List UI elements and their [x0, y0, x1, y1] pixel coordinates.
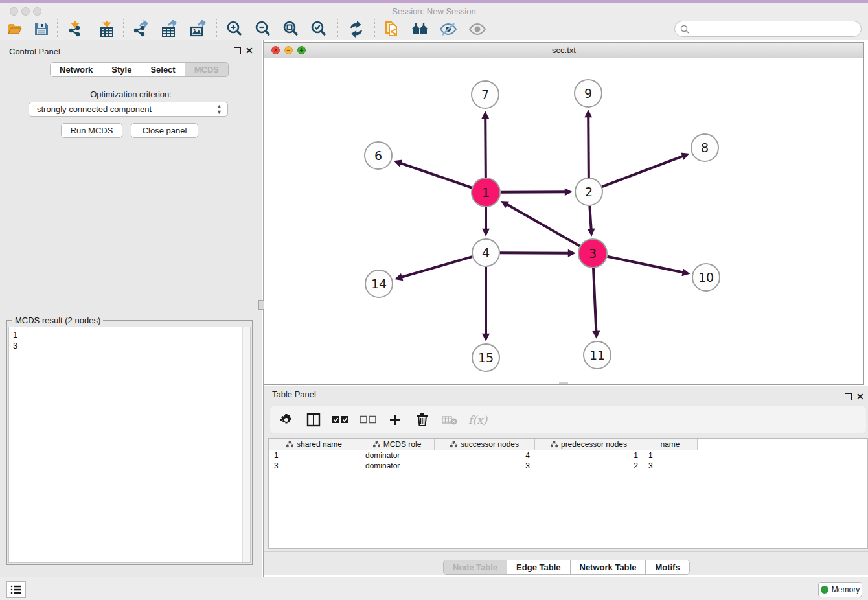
- close-table-panel-icon[interactable]: ✕: [856, 392, 864, 401]
- graph-node-3[interactable]: 3: [578, 239, 607, 268]
- task-history-button[interactable]: [6, 581, 26, 598]
- list-icon: [10, 584, 22, 595]
- close-panel-icon[interactable]: ✕: [246, 46, 253, 55]
- toolbar-separator: [123, 19, 124, 38]
- node-table: shared nameMCDS rolesuccessor nodesprede…: [268, 438, 868, 549]
- tab-select[interactable]: Select: [141, 63, 185, 76]
- save-session-icon[interactable]: [32, 19, 51, 39]
- table-row[interactable]: 3dominator323: [269, 461, 698, 471]
- delete-column-icon[interactable]: [414, 411, 431, 428]
- svg-text:9: 9: [584, 86, 592, 100]
- table-cell: 2: [535, 461, 643, 471]
- main-toolbar: [0, 18, 868, 40]
- column-header-shared-name[interactable]: shared name: [269, 439, 360, 450]
- graph-node-10[interactable]: 10: [692, 264, 720, 291]
- svg-text:4: 4: [482, 246, 490, 260]
- open-session-icon[interactable]: [5, 19, 25, 39]
- export-image-icon[interactable]: [188, 19, 207, 39]
- add-column-icon[interactable]: [387, 411, 404, 428]
- select-all-columns-icon[interactable]: [332, 411, 349, 428]
- zoom-out-icon[interactable]: [253, 19, 273, 39]
- graph-edge-2-8[interactable]: [602, 156, 683, 187]
- tab-style[interactable]: Style: [102, 63, 141, 76]
- tab-network[interactable]: Network: [51, 63, 102, 76]
- svg-text:15: 15: [478, 351, 494, 365]
- control-panel-title: Control Panel: [9, 47, 60, 56]
- tab-node-table[interactable]: Node Table: [444, 560, 507, 574]
- mcds-result-title: MCDS result (2 nodes): [12, 316, 103, 325]
- hide-eye-icon[interactable]: [439, 19, 458, 39]
- zoom-in-icon[interactable]: [225, 19, 244, 39]
- tab-motifs[interactable]: Motifs: [646, 560, 689, 574]
- graph-edge-3-1[interactable]: [507, 204, 580, 246]
- table-panel: Table Panel ✕: [264, 386, 868, 575]
- table-toolbar: f(x): [270, 406, 866, 433]
- search-box: [674, 21, 862, 37]
- float-table-panel-icon[interactable]: [845, 393, 852, 400]
- column-header-name[interactable]: name: [643, 439, 698, 450]
- tab-network-table[interactable]: Network Table: [571, 560, 646, 574]
- import-network-icon[interactable]: [67, 19, 86, 39]
- svg-text:1: 1: [482, 185, 490, 200]
- svg-text:10: 10: [698, 270, 714, 284]
- graph-edge-3-10[interactable]: [608, 257, 683, 273]
- column-header-predecessor-nodes[interactable]: predecessor nodes: [535, 439, 643, 450]
- tab-mcds[interactable]: MCDS: [185, 63, 228, 76]
- graph-edge-1-2[interactable]: [501, 192, 565, 192]
- graph-node-6[interactable]: 6: [365, 142, 392, 169]
- status-bar: Memory: [0, 577, 868, 600]
- graph-node-15[interactable]: 15: [472, 344, 499, 371]
- table-header-row: shared nameMCDS rolesuccessor nodesprede…: [269, 439, 698, 450]
- frame-resize-grip[interactable]: [559, 382, 568, 384]
- unselect-all-columns-icon[interactable]: [360, 411, 376, 428]
- show-eye-icon[interactable]: [468, 19, 487, 39]
- zoom-selected-icon[interactable]: [309, 19, 328, 39]
- search-input[interactable]: [692, 24, 861, 34]
- criterion-dropdown[interactable]: strongly connected component ▲▼: [29, 102, 228, 117]
- graph-node-9[interactable]: 9: [575, 80, 602, 107]
- column-header-successor-nodes[interactable]: successor nodes: [435, 439, 535, 450]
- column-header-MCDS-role[interactable]: MCDS role: [360, 439, 435, 450]
- graph-node-4[interactable]: 4: [472, 239, 499, 266]
- graph-edge-4-3[interactable]: [500, 253, 569, 253]
- graph-edge-3-11[interactable]: [593, 268, 596, 332]
- graph-edge-1-7[interactable]: [485, 118, 486, 178]
- window-title: Session: New Session: [0, 6, 868, 16]
- svg-text:3: 3: [589, 246, 597, 260]
- graph-node-11[interactable]: 11: [584, 341, 611, 369]
- apply-layout-icon[interactable]: [347, 19, 366, 39]
- graph-edge-2-9[interactable]: [588, 117, 589, 178]
- table-cell: 3: [435, 461, 535, 471]
- result-scrollbar[interactable]: [242, 327, 250, 562]
- graph-edge-4-14[interactable]: [402, 257, 472, 277]
- graph-node-14[interactable]: 14: [365, 270, 393, 297]
- table-settings-gear-icon[interactable]: [278, 411, 295, 428]
- network-window-titlebar[interactable]: × − + scc.txt: [264, 43, 863, 58]
- delete-table-icon: [441, 411, 458, 428]
- export-network-icon[interactable]: [131, 19, 151, 39]
- memory-button[interactable]: Memory: [818, 582, 862, 597]
- table-cell: 3: [269, 461, 360, 471]
- tab-edge-table[interactable]: Edge Table: [507, 560, 570, 574]
- graph-edge-2-3[interactable]: [589, 206, 591, 229]
- memory-label: Memory: [832, 585, 860, 594]
- close-panel-button[interactable]: Close panel: [131, 123, 198, 138]
- application-window: Session: New Session: [0, 0, 868, 600]
- run-mcds-button[interactable]: Run MCDS: [61, 123, 122, 138]
- table-row[interactable]: 1dominator411: [269, 450, 698, 461]
- zoom-fit-icon[interactable]: [281, 19, 301, 39]
- graph-node-2[interactable]: 2: [575, 178, 602, 205]
- export-table-icon[interactable]: [159, 19, 179, 39]
- show-columns-icon[interactable]: [305, 411, 322, 428]
- graph-node-7[interactable]: 7: [472, 81, 499, 108]
- graph-node-8[interactable]: 8: [691, 134, 718, 161]
- network-canvas[interactable]: 7968124314101511: [264, 58, 863, 384]
- graph-node-1[interactable]: 1: [472, 178, 500, 207]
- mcds-result-textarea[interactable]: 1 3: [8, 327, 251, 563]
- import-table-icon[interactable]: [97, 19, 117, 39]
- float-panel-icon[interactable]: [234, 47, 241, 54]
- home-icon[interactable]: [410, 19, 429, 39]
- svg-text:11: 11: [589, 348, 605, 362]
- graph-edge-1-6[interactable]: [400, 163, 472, 188]
- open-network-file-icon[interactable]: [382, 19, 402, 39]
